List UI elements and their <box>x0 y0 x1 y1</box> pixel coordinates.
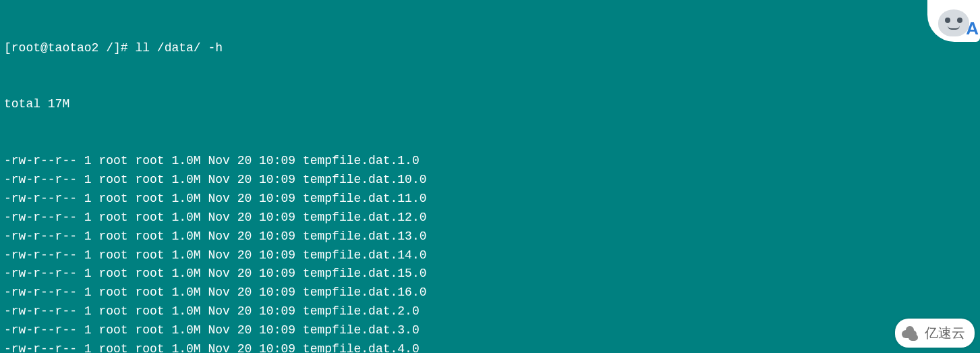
file-row: -rw-r--r-- 1 root root 1.0M Nov 20 10:09… <box>4 283 976 302</box>
file-row: -rw-r--r-- 1 root root 1.0M Nov 20 10:09… <box>4 302 976 321</box>
cloud-icon <box>902 325 919 342</box>
file-row: -rw-r--r-- 1 root root 1.0M Nov 20 10:09… <box>4 190 976 209</box>
file-row: -rw-r--r-- 1 root root 1.0M Nov 20 10:09… <box>4 246 976 265</box>
file-row: -rw-r--r-- 1 root root 1.0M Nov 20 10:09… <box>4 152 976 171</box>
watermark-text: 亿速云 <box>925 323 965 344</box>
file-row: -rw-r--r-- 1 root root 1.0M Nov 20 10:09… <box>4 265 976 283</box>
robot-face-icon <box>938 9 969 36</box>
file-row: -rw-r--r-- 1 root root 1.0M Nov 20 10:09… <box>4 227 976 246</box>
file-row: -rw-r--r-- 1 root root 1.0M Nov 20 10:09… <box>4 340 976 353</box>
file-listing: -rw-r--r-- 1 root root 1.0M Nov 20 10:09… <box>4 152 976 353</box>
mascot-letter: A <box>966 15 979 42</box>
file-row: -rw-r--r-- 1 root root 1.0M Nov 20 10:09… <box>4 321 976 340</box>
command-line: [root@taotao2 /]# ll /data/ -h <box>4 39 976 58</box>
file-row: -rw-r--r-- 1 root root 1.0M Nov 20 10:09… <box>4 171 976 190</box>
file-row: -rw-r--r-- 1 root root 1.0M Nov 20 10:09… <box>4 209 976 227</box>
terminal-output[interactable]: [root@taotao2 /]# ll /data/ -h total 17M… <box>4 1 976 353</box>
watermark-badge: 亿速云 <box>895 319 975 348</box>
total-line: total 17M <box>4 95 976 114</box>
